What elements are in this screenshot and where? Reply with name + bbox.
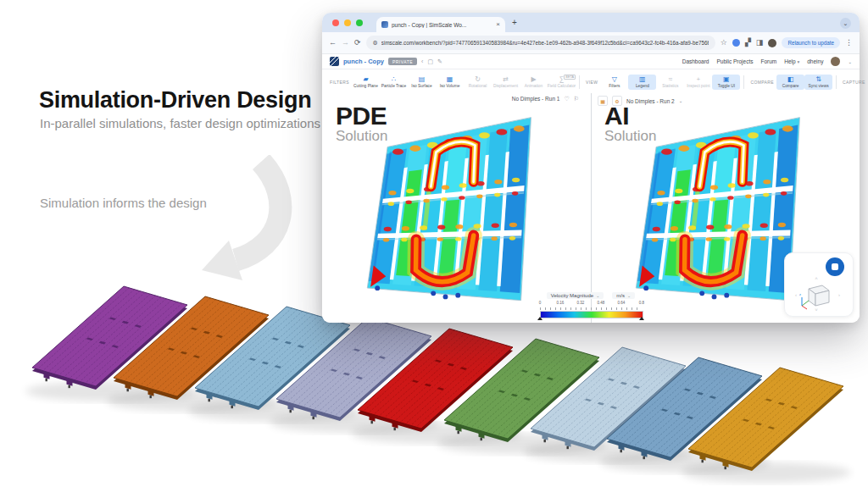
simscale-logo[interactable] <box>330 57 339 66</box>
nav-help[interactable]: Help ▾ <box>784 58 799 64</box>
user-avatar[interactable] <box>831 57 840 66</box>
sync-views-icon: ⇅ <box>815 76 821 83</box>
colorbar-max-handle[interactable] <box>639 317 644 320</box>
nav-public-projects[interactable]: Public Projects <box>717 58 754 64</box>
legend-icon: ▥ <box>639 76 646 83</box>
toolbar-button-filters[interactable]: ▽Filters <box>600 75 628 90</box>
relaunch-update-button[interactable]: Relaunch to update <box>782 37 840 48</box>
toolbar-button-label: Field Calculator <box>548 84 576 88</box>
browser-toolbar: ← → ⟳ ⚙ simscale.com/workbench/?pid=7477… <box>322 32 860 54</box>
side-panel-icon[interactable]: ◨ <box>756 39 764 47</box>
browser-profile-avatar[interactable] <box>768 39 776 47</box>
toolbar-button-label: Animation <box>525 84 542 88</box>
toolbar-button-animation[interactable]: ▶Animation <box>520 75 548 90</box>
app-header: punch - Copy PRIVATE ‹ ▢ ✎ Dashboard Pub… <box>322 54 860 69</box>
toolbar-group-label-view: VIEW <box>586 80 598 85</box>
toolbar-button-compare[interactable]: ◧Compare <box>776 75 804 90</box>
toolbar-button-label: Rotational <box>469 84 487 88</box>
result-legend: Velocity Magnitude ⌄ m/s ⌄ 00.160.320.48… <box>322 292 860 319</box>
post-processing-toolbar: FILTERS▰Cutting Plane∴Particle Trace▤Iso… <box>322 69 860 96</box>
project-name[interactable]: punch - Copy <box>343 58 384 65</box>
solution-label-pde: PDE Solution <box>336 103 387 145</box>
flag-icon[interactable]: ⚐ <box>574 96 579 102</box>
toolbar-button-iso-volume[interactable]: ▦Iso Volume <box>436 75 464 90</box>
back-icon[interactable]: ← <box>329 39 337 47</box>
viewport-2-title[interactable]: No Dimples - Run 2 <box>626 98 675 104</box>
toolbar-button-label: Cutting Plane <box>353 84 378 88</box>
toolbar-group-label-filters: FILTERS <box>330 80 349 85</box>
browser-menu-icon[interactable]: ⋮ <box>845 39 853 47</box>
layout-grid-button[interactable]: ▦ <box>598 96 608 106</box>
toolbar-button-label: Iso Surface <box>411 84 431 88</box>
toolbar-button-rotational[interactable]: ↻Rotational <box>464 75 492 90</box>
compare-icon: ◧ <box>787 76 794 83</box>
tab-favicon <box>381 21 388 28</box>
nav-forum[interactable]: Forum <box>761 58 777 64</box>
tab-search-button[interactable]: ⌄ <box>840 18 851 29</box>
toggle-ui-icon: ▣ <box>723 76 730 83</box>
view-cube[interactable]: ˄ ˅ ‹ › z <box>790 274 846 313</box>
viewport-1-header: No Dimples - Run 1 ♡ ⚐ <box>322 96 591 102</box>
viewport-1-title[interactable]: No Dimples - Run 1 <box>512 96 560 102</box>
extensions-puzzle-icon[interactable]: ▞ <box>745 39 751 47</box>
toolbar-button-particle-trace[interactable]: ∴Particle Trace <box>380 75 408 90</box>
toolbar-button-sync-views[interactable]: ⇅Sync views <box>804 75 832 90</box>
colorbar-tick-label: 0.16 <box>557 301 565 305</box>
toolbar-button-cutting-plane[interactable]: ▰Cutting Plane <box>352 75 380 90</box>
toolbar-button-label: Displacement <box>493 84 518 88</box>
toolbar-button-field-calculator[interactable]: ∑BETAField Calculator <box>548 75 576 90</box>
colorbar[interactable]: 00.160.320.480.640.8 <box>540 301 642 319</box>
tab-close-icon[interactable]: × <box>496 21 500 28</box>
bookmark-star-icon[interactable]: ☆ <box>721 39 727 47</box>
colorbar-tick-label: 0.64 <box>618 301 626 305</box>
colorbar-tick-label: 0.32 <box>577 301 585 305</box>
colorbar-ticks <box>540 307 642 310</box>
window-minimize-button[interactable] <box>344 19 351 26</box>
nav-username[interactable]: dheiny <box>807 58 823 64</box>
new-tab-button[interactable]: + <box>512 19 517 27</box>
viewport-divider[interactable] <box>591 93 592 323</box>
svg-text:˄: ˄ <box>815 276 818 281</box>
colorbar-min-handle[interactable] <box>537 317 542 320</box>
site-settings-icon[interactable]: ⚙ <box>373 40 378 47</box>
extension-icon[interactable] <box>732 39 740 47</box>
stop-icon <box>832 263 838 270</box>
forward-icon[interactable]: → <box>342 39 349 47</box>
field-select[interactable]: Velocity Magnitude ⌄ <box>547 292 604 299</box>
colorbar-tick-label: 0.48 <box>598 301 605 305</box>
chevron-down-icon[interactable]: ⌄ <box>679 98 683 103</box>
viewport-settings-button[interactable]: ⚙ <box>612 96 622 106</box>
toolbar-button-toggle-ui[interactable]: ▣Toggle UI <box>712 75 740 90</box>
annotation-text: Simulation informs the design <box>40 196 207 210</box>
browser-tabstrip: punch - Copy | SimScale Wo... × + ⌄ <box>322 13 860 32</box>
tab-title: punch - Copy | SimScale Wo... <box>392 22 492 28</box>
history-back-icon[interactable]: ‹ <box>421 58 423 64</box>
window-zoom-button[interactable] <box>356 19 363 26</box>
toolbar-button-legend[interactable]: ▥Legend <box>628 75 656 90</box>
toolbar-button-displacement[interactable]: ⇄Displacement <box>492 75 520 90</box>
caret-down-icon[interactable]: ⌄ <box>848 59 852 64</box>
svg-text:‹: ‹ <box>795 292 797 297</box>
inspect-point-icon: + <box>697 76 701 83</box>
unit-select[interactable]: m/s ⌄ <box>612 292 635 299</box>
duplicate-icon[interactable]: ▢ <box>427 58 433 64</box>
browser-tab[interactable]: punch - Copy | SimScale Wo... × <box>376 17 505 32</box>
toolbar-button-statistics[interactable]: ≈Statistics <box>656 75 684 90</box>
iso-surface-icon: ▤ <box>419 76 426 83</box>
page-subtitle: In-parallel simulations, faster design o… <box>40 116 320 130</box>
favorite-heart-icon[interactable]: ♡ <box>564 96 569 102</box>
privacy-badge: PRIVATE <box>388 58 417 65</box>
edit-icon[interactable]: ✎ <box>437 58 442 64</box>
viewport-run-1[interactable]: No Dimples - Run 1 ♡ ⚐ PDE Solution <box>322 93 591 323</box>
toolbar-button-label: Inspect point <box>687 84 709 88</box>
address-bar[interactable]: ⚙ simscale.com/workbench/?pid=7477065913… <box>366 36 715 50</box>
toolbar-button-inspect-point[interactable]: +Inspect point <box>684 75 712 90</box>
toolbar-button-label: Particle Trace <box>381 84 406 88</box>
svg-text:˅: ˅ <box>815 307 818 313</box>
toolbar-button-iso-surface[interactable]: ▤Iso Surface <box>408 75 436 90</box>
window-close-button[interactable] <box>332 19 339 26</box>
nav-dashboard[interactable]: Dashboard <box>682 58 709 64</box>
reload-icon[interactable]: ⟳ <box>354 39 361 47</box>
displacement-icon: ⇄ <box>503 76 509 83</box>
svg-text:›: › <box>838 292 840 297</box>
